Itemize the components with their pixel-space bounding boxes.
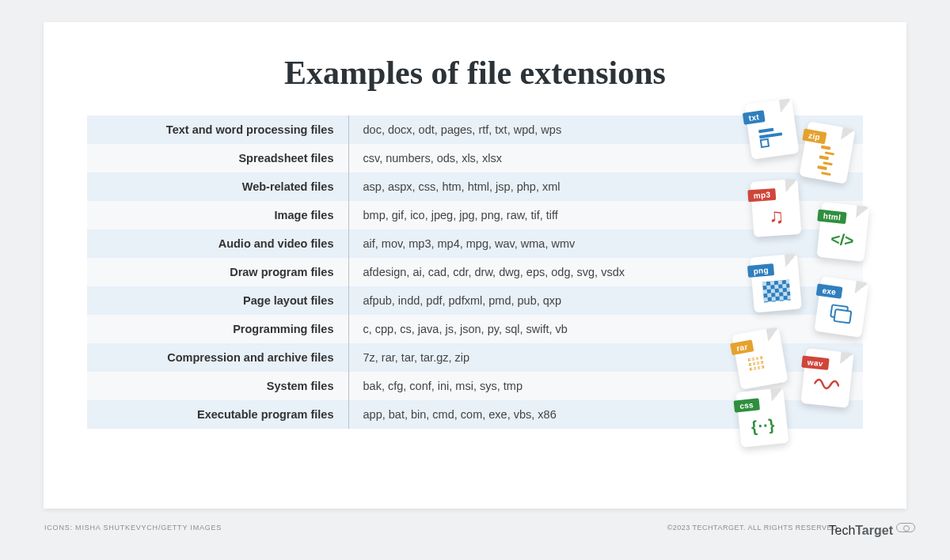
table-row: Audio and video filesaif, mov, mp3, mp4,… <box>87 229 863 258</box>
page-title: Examples of file extensions <box>87 54 863 92</box>
category-cell: Programming files <box>87 315 348 343</box>
values-cell: asp, aspx, css, htm, html, jsp, php, xml <box>348 172 863 201</box>
category-cell: Compression and archive files <box>87 343 348 372</box>
category-cell: Text and word processing files <box>87 115 348 144</box>
table-row: Programming filesc, cpp, cs, java, js, j… <box>87 315 863 343</box>
table-row: Draw program filesafdesign, ai, cad, cdr… <box>87 258 863 286</box>
brand-light: Tech <box>828 524 855 537</box>
values-cell: 7z, rar, tar, tar.gz, zip <box>348 343 863 372</box>
brand-logo: TechTarget <box>828 523 915 538</box>
table-row: Web-related filesasp, aspx, css, htm, ht… <box>87 172 863 201</box>
table-row: Image filesbmp, gif, ico, jpeg, jpg, png… <box>87 201 863 229</box>
infographic-card: Examples of file extensions Text and wor… <box>44 22 906 509</box>
eye-icon <box>896 523 915 532</box>
category-cell: Spreadsheet files <box>87 144 348 172</box>
category-cell: Web-related files <box>87 172 348 201</box>
category-cell: Audio and video files <box>87 229 348 258</box>
table-row: Compression and archive files7z, rar, ta… <box>87 343 863 372</box>
values-cell: csv, numbers, ods, xls, xlsx <box>348 144 863 172</box>
table-row: Spreadsheet filescsv, numbers, ods, xls,… <box>87 144 863 172</box>
values-cell: bak, cfg, conf, ini, msi, sys, tmp <box>348 372 863 400</box>
table-row: System filesbak, cfg, conf, ini, msi, sy… <box>87 372 863 400</box>
values-cell: aif, mov, mp3, mp4, mpg, wav, wma, wmv <box>348 229 863 258</box>
table-row: Text and word processing filesdoc, docx,… <box>87 115 863 144</box>
values-cell: doc, docx, odt, pages, rtf, txt, wpd, wp… <box>348 115 863 144</box>
category-cell: Executable program files <box>87 400 348 429</box>
values-cell: c, cpp, cs, java, js, json, py, sql, swi… <box>348 315 863 343</box>
values-cell: bmp, gif, ico, jpeg, jpg, png, raw, tif,… <box>348 201 863 229</box>
category-cell: Page layout files <box>87 286 348 315</box>
values-cell: app, bat, bin, cmd, com, exe, vbs, x86 <box>348 400 863 429</box>
category-cell: Draw program files <box>87 258 348 286</box>
category-cell: System files <box>87 372 348 400</box>
category-cell: Image files <box>87 201 348 229</box>
extensions-table: Text and word processing filesdoc, docx,… <box>87 115 863 429</box>
copyright-text: ©2023 TECHTARGET. ALL RIGHTS RESERVED <box>667 524 838 532</box>
table-row: Page layout filesafpub, indd, pdf, pdfxm… <box>87 286 863 315</box>
values-cell: afdesign, ai, cad, cdr, drw, dwg, eps, o… <box>348 258 863 286</box>
table-row: Executable program filesapp, bat, bin, c… <box>87 400 863 429</box>
icons-credit: ICONS: MISHA SHUTKEVYCH/GETTY IMAGES <box>44 524 222 532</box>
values-cell: afpub, indd, pdf, pdfxml, pmd, pub, qxp <box>348 286 863 315</box>
brand-bold: Target <box>855 524 893 537</box>
